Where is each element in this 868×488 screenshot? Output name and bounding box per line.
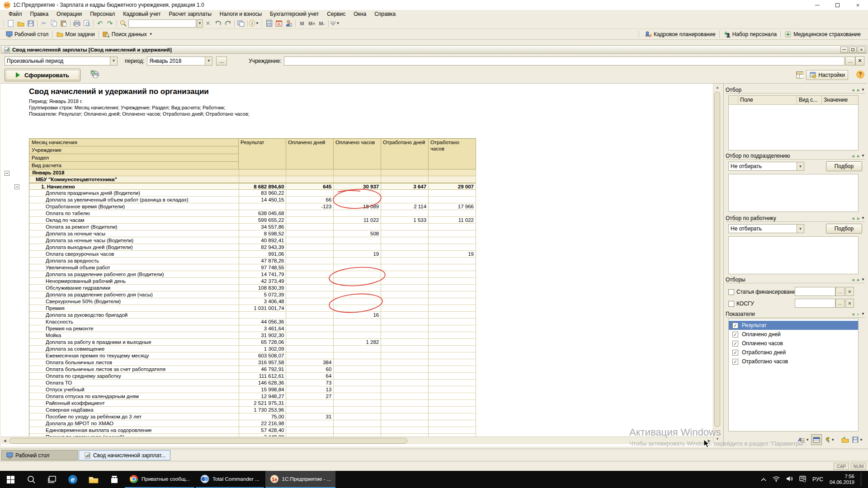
table-row[interactable]: Мойка 31 902,30 <box>29 332 476 339</box>
tab-data-search[interactable]: Поиск данных ▼ <box>99 29 156 39</box>
copy-icon[interactable] <box>49 19 59 28</box>
checkbox-checked-icon[interactable] <box>732 323 738 328</box>
wrench-icon[interactable]: ▼ <box>823 434 835 445</box>
indicator-item[interactable]: Результат <box>729 321 858 330</box>
chevron-down-icon[interactable]: ▼ <box>149 32 153 36</box>
save-icon[interactable] <box>26 19 36 28</box>
tab-recruiting[interactable]: Набор персонала <box>720 29 781 39</box>
scroll-left-icon[interactable]: ◀ <box>1 437 9 445</box>
collapse-left-icon[interactable]: « <box>852 87 855 93</box>
menu-item[interactable]: Правка <box>26 11 53 17</box>
checkbox-checked-icon[interactable] <box>732 359 738 365</box>
search-icon[interactable] <box>118 19 128 28</box>
table-row[interactable]: 1. Начислено 8 682 894,60 645 30 937 3 6… <box>29 183 476 190</box>
scroll-down-icon[interactable]: ▼ <box>713 435 722 443</box>
group-collapse-toggle[interactable] <box>5 171 9 176</box>
filter-table[interactable]: ПолеВид с...Значение <box>728 95 859 150</box>
print-icon[interactable] <box>72 19 82 28</box>
preview-icon[interactable] <box>82 19 92 28</box>
chevron-down-icon[interactable]: ▼ <box>861 154 865 158</box>
find-previous-icon[interactable] <box>213 19 223 28</box>
collapse-left-icon[interactable]: « <box>852 216 855 221</box>
collapse-left-icon[interactable]: « <box>852 311 855 317</box>
table-row[interactable]: Ежемесячная премия по текущему месяцу 60… <box>29 352 476 359</box>
find-next-icon[interactable] <box>223 19 233 28</box>
window-tab-desktop[interactable]: Рабочий стол <box>1 450 78 460</box>
expand-right-icon[interactable]: » <box>857 311 859 317</box>
employee-pick-button[interactable]: Подбор <box>826 224 862 234</box>
table-row[interactable]: Доплата за вредность 47 878,26 <box>29 258 476 264</box>
toolbar-grip[interactable] <box>260 20 263 27</box>
indicator-item[interactable]: Отработано дней <box>729 348 858 357</box>
notification-icon[interactable] <box>799 476 806 483</box>
department-pick-button[interactable]: Подбор <box>826 161 862 171</box>
table-row[interactable]: Оплата ТО 146 628,36 73 <box>29 380 476 386</box>
table-row[interactable]: Оплата за ремонт (Водители) 34 557,86 <box>29 224 476 230</box>
start-button[interactable] <box>0 471 21 488</box>
clear-value-button[interactable]: ✕ <box>845 299 854 308</box>
horizontal-scrollbar[interactable]: ◀ ▶ <box>1 436 713 444</box>
expand-right-icon[interactable]: » <box>857 277 859 282</box>
institution-clear-button[interactable]: ✕ <box>855 56 864 66</box>
language-indicator[interactable]: РУС <box>812 476 823 483</box>
memory-m-plus-button[interactable]: M+ <box>307 19 317 28</box>
task-view-button[interactable] <box>42 471 62 488</box>
save-settings-icon[interactable]: ▼ <box>852 434 863 445</box>
table-row[interactable]: Оплата сверхурочных часов 991,06 19 19 <box>29 251 476 258</box>
menu-item[interactable]: Окна <box>349 11 370 17</box>
search-input[interactable] <box>128 19 196 28</box>
chevron-down-icon[interactable]: ▼ <box>110 57 117 65</box>
chevron-down-icon[interactable]: ▼ <box>861 277 865 282</box>
edge-icon[interactable]: e <box>62 471 83 488</box>
table-row[interactable]: Оплата больничных листов за счет работод… <box>29 366 476 373</box>
store-icon[interactable] <box>104 471 125 488</box>
wifi-icon[interactable] <box>773 476 780 483</box>
table-row[interactable]: Доплата праздничных дней (Водители) 83 9… <box>29 190 476 197</box>
paste-icon[interactable] <box>59 19 69 28</box>
checkbox-checked-icon[interactable] <box>732 341 738 347</box>
table-row[interactable]: Районный коэффициент 2 521 975,31 <box>29 400 476 407</box>
table-row[interactable]: Доплата за ночные часы 8 598,52 508 <box>29 230 476 237</box>
toolbar-grip[interactable] <box>637 31 640 38</box>
table-row[interactable]: Оплата по табелю 638 045,68 <box>29 210 476 217</box>
menu-item[interactable]: Операции <box>52 11 86 17</box>
print-form-icon[interactable] <box>90 70 100 80</box>
clear-search-icon[interactable]: ✕ <box>203 19 213 28</box>
table-row[interactable]: Ненормированный рабочий день 42 373,49 <box>29 278 476 285</box>
calendar-icon[interactable]: 31 <box>274 19 284 28</box>
table-row[interactable]: Доплата за разделение рабочего дня (часы… <box>29 291 476 298</box>
tab-medical-insurance[interactable]: Медицинское страхование <box>781 29 864 39</box>
chevron-down-icon[interactable]: ▼ <box>861 312 865 316</box>
undo-icon[interactable]: ↶ <box>95 19 105 28</box>
table-row[interactable]: Единовременная выплата на оздоровление 5… <box>29 427 476 434</box>
clock[interactable]: 7:56 04.06.2019 <box>830 474 854 485</box>
toolbar-grip[interactable] <box>2 20 5 27</box>
table-row[interactable]: Оплата больничных листов 316 957,58 384 <box>29 359 476 366</box>
period-more-button[interactable]: ... <box>216 56 227 66</box>
chevron-down-icon[interactable]: ▼ <box>861 88 865 92</box>
generate-button[interactable]: Сформировать <box>5 69 80 81</box>
expand-right-icon[interactable]: » <box>857 153 859 159</box>
indicator-item[interactable]: Отработано часов <box>729 357 858 366</box>
help-button[interactable]: ? <box>856 70 864 79</box>
table-row[interactable]: МБУ "Коммунспецавтотехника" <box>29 176 476 183</box>
redo-icon[interactable]: ↷ <box>105 19 115 28</box>
info-icon[interactable]: i▼ <box>249 19 259 28</box>
table-view-icon[interactable] <box>811 434 822 445</box>
table-row[interactable]: Обслуживание гидравлики 108 830,39 <box>29 285 476 291</box>
checkbox-checked-icon[interactable] <box>732 350 738 356</box>
close-button[interactable]: × <box>848 0 868 10</box>
table-row[interactable]: Отпуск учебный 15 998,84 13 <box>29 386 476 393</box>
table-settings-icon[interactable] <box>796 71 803 79</box>
file-explorer-icon[interactable] <box>83 471 104 488</box>
period-value-select[interactable]: Январь 2018 ▼ <box>147 56 212 66</box>
search-dropdown-icon[interactable]: ▼ <box>197 19 203 28</box>
taskbar-app-total-commander[interactable]: Total Commander ... <box>196 471 264 488</box>
new-document-icon[interactable] <box>6 19 16 28</box>
table-row[interactable]: Отработанное время (Водители) -123 18 08… <box>29 203 476 210</box>
department-list[interactable] <box>728 174 859 212</box>
menu-item[interactable]: Персонал <box>86 11 119 17</box>
table-row[interactable]: Северная надбавка 1 730 253,96 <box>29 407 476 413</box>
chevron-down-icon[interactable]: ▼ <box>797 162 804 170</box>
pick-value-button[interactable]: … <box>835 287 844 296</box>
